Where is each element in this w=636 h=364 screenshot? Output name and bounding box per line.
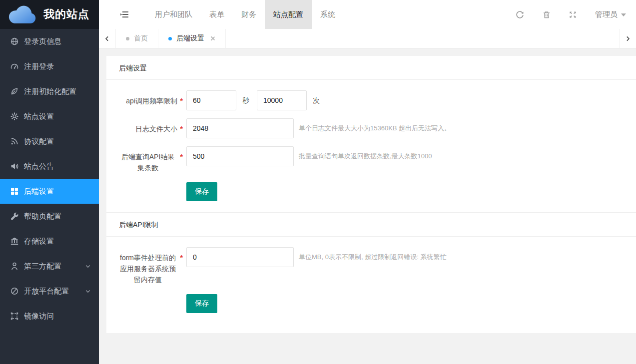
save-button[interactable]: 保存 [186,182,217,201]
topnav-system[interactable]: 系统 [312,0,344,29]
tabs-scroll-left-button[interactable] [99,29,116,48]
topbar-right: 管理员 [497,10,636,19]
sidebar-item-backend-settings[interactable]: 后端设置 [0,179,99,204]
form-row-log-file-size: 日志文件大小 * 单个日志文件最大大小为15360KB 超出后无法写入。 [106,118,636,138]
sidebar-item-login-page-info[interactable]: 登录页信息 [0,29,99,54]
admin-dropdown[interactable]: 管理员 [595,10,626,19]
sidebar-item-label: 第三方配置 [24,262,61,271]
sidebar-item-open-platform-config[interactable]: 开放平台配置 [0,279,99,304]
sidebar-item-label: 协议配置 [24,137,54,146]
sidebar-item-label: 后端设置 [24,187,54,196]
sidebar-item-register-init-config[interactable]: 注册初始化配置 [0,79,99,104]
sidebar-item-label: 登录页信息 [24,37,61,46]
logo-area[interactable]: 我的站点 [0,0,99,29]
sidebar-item-label: 注册登录 [24,62,54,71]
required-star: * [180,123,183,134]
site-title: 我的站点 [43,7,89,22]
sidebar-item-label: 站点设置 [24,112,54,121]
chevron-down-icon [85,263,91,269]
backend-api-limit-form: form事件处理前的应用服务器系统预留内存值 * 单位MB, 0表示不限制, 超… [106,237,636,313]
required-star: * [180,151,183,162]
content-area: 后端设置 api调用频率限制 * 秒 次 日志 [99,48,636,364]
expand-icon[interactable] [569,11,577,18]
settings-card: 后端设置 api调用频率限制 * 秒 次 日志 [106,56,636,333]
close-icon[interactable] [209,35,215,41]
sidebar-item-label: 站点公告 [24,162,54,171]
top-nav: 用户和团队 表单 财务 站点配置 系统 [146,0,344,29]
rss-icon [10,137,18,146]
section-title-backend-api-limit: 后端API限制 [106,213,636,237]
reserved-memory-input[interactable] [186,247,294,267]
unit-seconds: 秒 [242,90,249,110]
form-row-api-rate-limit: api调用频率限制 * 秒 次 [106,90,636,110]
topnav-finance[interactable]: 财务 [233,0,265,29]
sidebar-item-third-party-config[interactable]: 第三方配置 [0,254,99,279]
tabbar-spacer [226,29,619,48]
field-hint: 批量查询语句单次返回数据条数,最大条数1000 [299,146,432,173]
sidebar-item-label: 注册初始化配置 [24,87,76,96]
sidebar-item-label: 帮助页配置 [24,212,61,221]
save-row: 保存 [186,182,636,201]
sidebar-item-label: 开放平台配置 [24,287,69,296]
wrench-icon [10,212,18,221]
sidebar: 我的站点 登录页信息 注册登录 注册初 [0,0,99,364]
gear-icon [10,112,18,121]
sidebar-item-label: 镜像访问 [24,312,54,321]
required-star: * [180,95,183,106]
topnav-users-teams[interactable]: 用户和团队 [146,0,201,29]
field-label: 日志文件大小 * [106,118,184,138]
tabs-scroll-right-button[interactable] [619,29,636,48]
card-bottom-padding [106,324,636,333]
tab-backend-settings[interactable]: 后端设置 [158,29,226,48]
field-hint: 单个日志文件最大大小为15360KB 超出后无法写入。 [299,118,451,138]
speaker-icon [10,162,18,171]
unit-times: 次 [313,90,320,110]
api-rate-count-input[interactable] [257,90,307,110]
field-inputs: 单个日志文件最大大小为15360KB 超出后无法写入。 [186,118,451,138]
bank-icon [10,237,18,246]
pen-icon [10,87,18,96]
sidebar-item-register-login[interactable]: 注册登录 [0,54,99,79]
trash-icon[interactable] [543,10,551,19]
tab-status-dot [168,37,172,40]
grid-icon [10,187,18,196]
api-rate-seconds-input[interactable] [186,90,236,110]
backend-settings-form: api调用频率限制 * 秒 次 日志文件大小 * [106,80,636,201]
sidebar-menu: 登录页信息 注册登录 注册初始化配置 [0,29,99,364]
field-label: form事件处理前的应用服务器系统预留内存值 * [106,247,184,285]
gauge-icon [10,62,18,71]
sidebar-item-site-announcement[interactable]: 站点公告 [0,154,99,179]
sidebar-item-storage-settings[interactable]: 存储设置 [0,229,99,254]
tab-home[interactable]: 首页 [116,29,158,48]
tab-label: 后端设置 [176,34,204,43]
required-star: * [180,252,183,263]
tab-bar: 首页 后端设置 [99,29,636,48]
sidebar-item-protocol-config[interactable]: 协议配置 [0,129,99,154]
api-result-count-input[interactable] [186,146,294,166]
sidebar-item-mirror-access[interactable]: 镜像访问 [0,304,99,329]
topnav-forms[interactable]: 表单 [201,0,233,29]
admin-label: 管理员 [595,10,618,19]
topnav-site-config[interactable]: 站点配置 [265,0,312,29]
field-inputs: 单位MB, 0表示不限制, 超过限制返回错误: 系统繁忙 [186,247,446,285]
globe-icon [10,37,18,46]
person-icon [10,262,18,271]
sidebar-item-label: 存储设置 [24,237,54,246]
field-inputs: 秒 次 [186,90,327,110]
sidebar-item-help-page-config[interactable]: 帮助页配置 [0,204,99,229]
cloud-logo-icon [7,4,37,25]
tab-status-dot [126,37,129,40]
form-row-reserved-memory: form事件处理前的应用服务器系统预留内存值 * 单位MB, 0表示不限制, 超… [106,247,636,285]
sidebar-item-site-settings[interactable]: 站点设置 [0,104,99,129]
tab-label: 首页 [134,34,148,43]
save-button[interactable]: 保存 [186,294,217,313]
form-row-api-result-count: 后端查询API结果集条数 * 批量查询语句单次返回数据条数,最大条数1000 [106,146,636,173]
log-file-size-input[interactable] [186,118,294,138]
caret-down-icon [621,13,626,16]
field-label: api调用频率限制 * [106,90,184,110]
menu-fold-icon[interactable] [120,10,129,18]
save-row: 保存 [186,294,636,313]
refresh-icon[interactable] [516,10,524,19]
mirror-icon [10,312,18,321]
main-area: 用户和团队 表单 财务 站点配置 系统 [99,0,636,364]
